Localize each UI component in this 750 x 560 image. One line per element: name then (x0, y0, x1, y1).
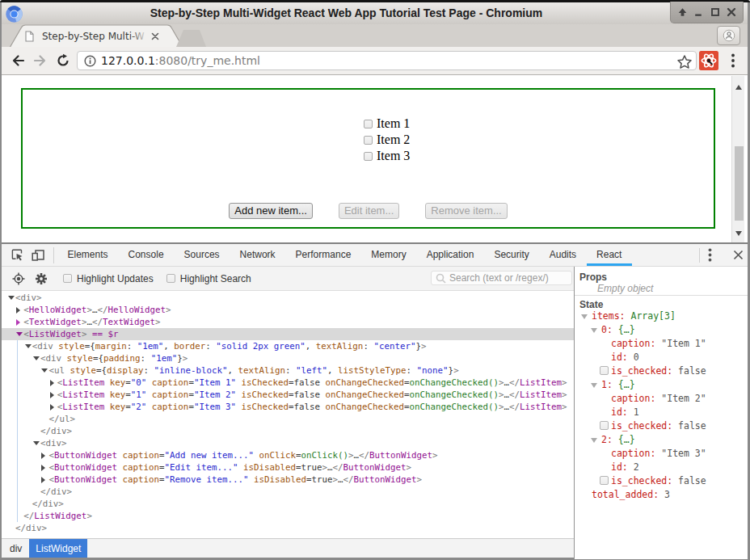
scrollbar-thumb[interactable] (735, 146, 744, 221)
tree-expander-icon[interactable] (32, 352, 40, 364)
devtools-tab-performance[interactable]: Performance (285, 244, 361, 266)
address-bar[interactable]: 127.0.0.1:8080/try_me.html (77, 51, 697, 70)
tree-row[interactable]: </ul> (2, 413, 574, 425)
forward-button[interactable] (29, 49, 52, 72)
react-search-field[interactable]: Search (text or /regex/) (431, 271, 572, 285)
devtools-tab-security[interactable]: Security (484, 244, 539, 266)
minimize-button[interactable] (691, 5, 706, 19)
chromium-icon (6, 6, 23, 23)
shade-button[interactable] (675, 5, 689, 19)
browser-tab[interactable]: Step-by-Step Multi-W (9, 24, 183, 48)
close-window-button[interactable] (724, 5, 739, 19)
state-row[interactable]: caption: "Item 2" (575, 392, 748, 406)
tree-expander-icon[interactable] (40, 461, 48, 474)
collapse-arrow-icon[interactable] (581, 314, 588, 319)
state-row[interactable]: id: 1 (575, 406, 748, 419)
tree-expander-icon[interactable] (48, 389, 57, 401)
react-devtools-extension-icon[interactable] (699, 51, 718, 70)
state-row[interactable]: is_checked: false (575, 364, 748, 378)
devtools-tab-sources[interactable]: Sources (174, 244, 230, 266)
option-checkbox[interactable] (166, 274, 175, 283)
devtools-menu-icon[interactable] (702, 245, 718, 266)
tree-row[interactable]: </div> (2, 498, 574, 510)
tree-row[interactable]: <div style={padding: "1em"}> (2, 352, 574, 364)
state-row[interactable]: caption: "Item 1" (575, 337, 748, 351)
tree-expander-icon[interactable] (48, 377, 57, 389)
scroll-up-icon[interactable] (732, 81, 745, 94)
state-row[interactable]: id: 2 (575, 461, 748, 474)
reload-button[interactable] (52, 49, 74, 72)
tree-row[interactable]: <TextWidget>…</TextWidget> (2, 316, 574, 328)
tree-row[interactable]: <ListItem key="0" caption="Item 1" isChe… (2, 377, 574, 389)
tree-expander-icon[interactable] (6, 292, 15, 304)
state-row[interactable]: is_checked: false (575, 419, 748, 433)
page-scrollbar[interactable] (731, 76, 744, 244)
item-checkbox[interactable] (364, 136, 373, 145)
state-row[interactable]: id: 0 (575, 351, 748, 364)
tree-row-selected[interactable]: <ListWidget> == $r (2, 328, 574, 340)
tree-row[interactable]: <div> (2, 437, 574, 449)
state-row[interactable]: is_checked: false (575, 474, 748, 488)
inspect-target-icon[interactable] (8, 268, 29, 289)
state-row[interactable]: 1: {…} (575, 378, 748, 392)
breadcrumb-listwidget[interactable]: ListWidget (29, 539, 87, 558)
tree-expander-icon[interactable] (15, 304, 23, 316)
profile-avatar-button[interactable] (717, 26, 740, 45)
option-checkbox[interactable] (63, 274, 72, 283)
inspect-element-icon[interactable] (6, 245, 27, 266)
collapse-arrow-icon[interactable] (591, 438, 597, 443)
tree-row[interactable]: </div> (2, 425, 574, 437)
collapse-arrow-icon[interactable] (591, 328, 597, 333)
devtools-close-icon[interactable] (728, 245, 748, 266)
tree-row[interactable]: <ButtonWidget caption="Remove item..." i… (2, 474, 574, 486)
tree-row[interactable]: <ListItem key="2" caption="Item 3" isChe… (2, 401, 574, 413)
tree-row[interactable]: </ListWidget> (2, 510, 574, 522)
tree-row[interactable]: </div> (2, 522, 574, 534)
back-button[interactable] (6, 49, 29, 72)
devtools-tab-console[interactable]: Console (118, 244, 174, 266)
browser-menu-icon[interactable] (725, 52, 741, 69)
state-row[interactable]: caption: "Item 3" (575, 447, 748, 461)
tree-row[interactable]: <ul style={display: "inline-block", text… (2, 364, 574, 377)
devtools-tab-application[interactable]: Application (416, 244, 484, 266)
devtools-tab-elements[interactable]: Elements (57, 244, 118, 266)
device-toolbar-icon[interactable] (27, 245, 48, 266)
tree-row[interactable]: <ButtonWidget caption="Add new item..." … (2, 449, 574, 461)
devtools-tab-audits[interactable]: Audits (539, 244, 586, 266)
bookmark-star-icon[interactable] (676, 54, 693, 69)
tree-expander-icon[interactable] (48, 401, 57, 413)
state-row[interactable]: total_added: 3 (575, 488, 748, 502)
devtools-tab-memory[interactable]: Memory (361, 244, 416, 266)
tree-row[interactable]: <ListItem key="1" caption="Item 2" isChe… (2, 389, 574, 401)
state-row[interactable]: items: Array[3] (575, 309, 748, 323)
boolean-checkbox[interactable] (600, 421, 609, 430)
settings-gear-icon[interactable] (31, 268, 52, 289)
tree-row[interactable]: <ButtonWidget caption="Edit item..." isD… (2, 461, 574, 474)
tree-row[interactable]: <div> (2, 292, 574, 304)
scroll-down-icon[interactable] (732, 227, 745, 240)
tree-expander-icon[interactable] (32, 437, 40, 449)
info-icon[interactable] (84, 55, 96, 67)
item-checkbox[interactable] (364, 152, 373, 161)
tree-row[interactable]: </div> (2, 486, 574, 498)
state-row[interactable]: 0: {…} (575, 323, 748, 337)
tree-expander-icon[interactable] (40, 364, 48, 377)
state-row[interactable]: 2: {…} (575, 433, 748, 447)
boolean-checkbox[interactable] (600, 476, 609, 485)
tree-expander-icon[interactable] (15, 316, 23, 328)
tree-expander-icon[interactable] (40, 474, 48, 486)
maximize-button[interactable] (708, 5, 723, 19)
tab-close-icon[interactable] (150, 31, 161, 42)
boolean-checkbox[interactable] (600, 366, 609, 375)
devtools-tab-network[interactable]: Network (230, 244, 285, 266)
devtools-tab-react[interactable]: React (587, 244, 632, 266)
tree-expander-icon[interactable] (23, 340, 32, 352)
tree-expander-icon[interactable] (40, 449, 48, 461)
widget-button[interactable]: Add new item... (229, 203, 313, 219)
collapse-arrow-icon[interactable] (591, 383, 597, 388)
tree-expander-icon[interactable] (15, 328, 23, 340)
tree-row[interactable]: <div style={margin: "1em", border: "soli… (2, 340, 574, 352)
breadcrumb-div[interactable]: div (2, 539, 29, 558)
tree-row[interactable]: <HelloWidget>…</HelloWidget> (2, 304, 574, 316)
item-checkbox[interactable] (364, 120, 373, 128)
